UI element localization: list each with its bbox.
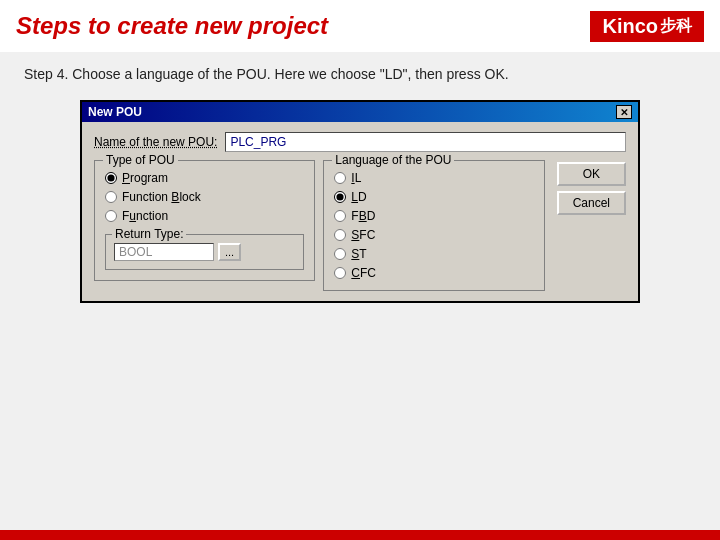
radio-cfc[interactable]: CFC: [334, 266, 533, 280]
logo-chinese: 步科: [660, 16, 692, 37]
logo: Kinco 步科: [590, 11, 704, 42]
name-row: Name of the new POU:: [94, 132, 626, 152]
radio-sfc-input[interactable]: [334, 229, 346, 241]
logo-text: Kinco: [602, 15, 658, 38]
step-instruction: Step 4. Choose a language of the POU. He…: [24, 66, 696, 82]
return-type-browse-button[interactable]: ...: [218, 243, 241, 261]
radio-cfc-label: CFC: [351, 266, 376, 280]
language-label: Language of the POU: [332, 153, 454, 167]
radio-st-label: ST: [351, 247, 366, 261]
close-button[interactable]: ✕: [616, 105, 632, 119]
radio-function-block[interactable]: Function Block: [105, 190, 304, 204]
language-radio-group: IL LD FBD SFC: [334, 171, 533, 280]
dialog-title: New POU: [88, 105, 142, 119]
bottom-bar: [0, 530, 720, 540]
radio-function-block-label: Function Block: [122, 190, 201, 204]
radio-ld-input[interactable]: [334, 191, 346, 203]
radio-program[interactable]: Program: [105, 171, 304, 185]
pou-type-group: Type of POU Program Function Block Fu: [94, 160, 315, 281]
return-type-label: Return Type:: [112, 227, 186, 241]
radio-fbd-label: FBD: [351, 209, 375, 223]
radio-sfc[interactable]: SFC: [334, 228, 533, 242]
radio-program-label: Program: [122, 171, 168, 185]
return-input-row: ...: [114, 243, 295, 261]
radio-sfc-label: SFC: [351, 228, 375, 242]
radio-il-input[interactable]: [334, 172, 346, 184]
radio-ld-label: LD: [351, 190, 366, 204]
radio-function-input[interactable]: [105, 210, 117, 222]
radio-fbd-input[interactable]: [334, 210, 346, 222]
dialog-body: Name of the new POU: Type of POU Program: [82, 122, 638, 301]
pou-name-input[interactable]: [225, 132, 626, 152]
radio-ld[interactable]: LD: [334, 190, 533, 204]
radio-function[interactable]: Function: [105, 209, 304, 223]
dialog-new-pou: New POU ✕ Name of the new POU: Type of P…: [80, 100, 640, 303]
return-type-group: Return Type: ...: [105, 234, 304, 270]
radio-program-input[interactable]: [105, 172, 117, 184]
dialog-titlebar: New POU ✕: [82, 102, 638, 122]
radio-st-input[interactable]: [334, 248, 346, 260]
ok-button[interactable]: OK: [557, 162, 626, 186]
radio-function-block-input[interactable]: [105, 191, 117, 203]
cancel-button[interactable]: Cancel: [557, 191, 626, 215]
pou-type-radio-group: Program Function Block Function Retu: [105, 171, 304, 270]
page-title: Steps to create new project: [16, 12, 328, 40]
radio-st[interactable]: ST: [334, 247, 533, 261]
action-buttons: OK Cancel: [557, 160, 626, 215]
name-label: Name of the new POU:: [94, 135, 217, 149]
header: Steps to create new project Kinco 步科: [0, 0, 720, 52]
radio-fbd[interactable]: FBD: [334, 209, 533, 223]
language-group: Language of the POU IL LD FBD: [323, 160, 544, 291]
pou-type-label: Type of POU: [103, 153, 178, 167]
body-area: Step 4. Choose a language of the POU. He…: [0, 52, 720, 540]
radio-il[interactable]: IL: [334, 171, 533, 185]
radio-il-label: IL: [351, 171, 361, 185]
radio-function-label: Function: [122, 209, 168, 223]
return-type-input[interactable]: [114, 243, 214, 261]
radio-cfc-input[interactable]: [334, 267, 346, 279]
